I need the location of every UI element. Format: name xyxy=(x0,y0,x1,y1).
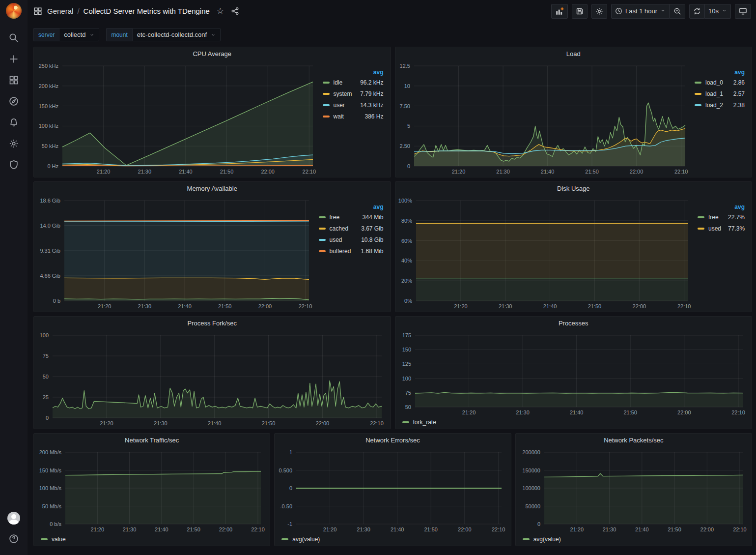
chart-plot-area[interactable]: 0 b/s50 Mb/s100 Mb/s150 Mb/s200 Mb/s21:2… xyxy=(37,447,265,534)
chart-plot-area[interactable]: 0%20%40%60%80%100%21:2021:3021:4021:5022… xyxy=(398,196,692,311)
legend-item[interactable]: cached3.67 Gib xyxy=(318,223,385,234)
star-dashboard-icon[interactable]: ☆ xyxy=(217,6,224,16)
series-avg-value: 22.7% xyxy=(728,214,745,221)
series-name: load_0 xyxy=(705,79,723,86)
legend-item[interactable]: used77.3% xyxy=(697,223,746,234)
legend-item[interactable]: load_22.38 xyxy=(694,99,746,111)
explore-compass-icon[interactable] xyxy=(8,96,19,107)
svg-text:22:10: 22:10 xyxy=(303,169,316,175)
panel-network-traffic: Network Traffic/sec 0 b/s50 Mb/s100 Mb/s… xyxy=(33,433,270,546)
legend-avg-header[interactable]: avg xyxy=(318,204,385,210)
legend-item[interactable]: fork_rate xyxy=(401,417,444,427)
zoom-out-button[interactable] xyxy=(670,4,685,19)
save-dashboard-button[interactable] xyxy=(572,4,588,19)
panel-load: Load 02.5057.501012.521:2021:3021:4021:5… xyxy=(395,47,753,177)
legend-item[interactable]: system7.79 kHz xyxy=(322,88,385,99)
legend-item[interactable]: value xyxy=(40,534,74,544)
series-name: used xyxy=(708,225,721,232)
page-title[interactable]: CollectD Server Metrics with TDengine xyxy=(84,7,210,15)
variable-server-value-dropdown[interactable]: collectd xyxy=(59,28,99,41)
svg-text:21:30: 21:30 xyxy=(498,303,512,309)
svg-text:40%: 40% xyxy=(401,258,412,263)
panel-title[interactable]: Process Fork/sec xyxy=(34,317,391,329)
dashboard-settings-button[interactable] xyxy=(591,4,607,19)
chart-plot-area[interactable]: 507510012515017521:2021:3021:4021:5022:0… xyxy=(398,330,747,417)
svg-text:0 b: 0 b xyxy=(53,298,60,304)
breadcrumb-folder[interactable]: General xyxy=(47,7,73,15)
cycle-view-mode-button[interactable] xyxy=(735,4,751,19)
add-panel-button[interactable] xyxy=(551,4,568,19)
panel-body: 02.5057.501012.521:2021:3021:4021:5022:0… xyxy=(395,60,752,177)
svg-text:21:30: 21:30 xyxy=(496,169,510,175)
panel-body: 0 Hz50 kHz100 kHz150 kHz200 kHz250 kHz21… xyxy=(34,60,391,177)
chart-plot-area[interactable]: 025507510021:2021:3021:4021:5022:0022:10 xyxy=(37,330,386,428)
share-dashboard-icon[interactable] xyxy=(231,7,239,15)
variable-server: server collectd xyxy=(33,28,99,41)
user-avatar[interactable] xyxy=(7,512,20,525)
svg-text:0%: 0% xyxy=(404,298,412,304)
svg-text:21:50: 21:50 xyxy=(668,526,681,532)
legend-avg-header[interactable]: avg xyxy=(697,204,746,210)
chart-plot-area[interactable]: 0 Hz50 kHz100 kHz150 kHz200 kHz250 kHz21… xyxy=(37,61,317,176)
legend-item[interactable]: user14.3 kHz xyxy=(322,99,385,111)
chart-plot-area[interactable]: -1-0.5000.500121:2021:3021:4021:5022:002… xyxy=(278,447,505,534)
svg-text:21:40: 21:40 xyxy=(391,526,404,532)
variable-mount-value-dropdown[interactable]: etc-collectd-collectd.conf xyxy=(132,28,221,41)
series-color-swatch xyxy=(695,104,701,106)
chart-svg: 02.5057.501012.521:2021:3021:4021:5022:0… xyxy=(398,61,689,176)
svg-text:21:40: 21:40 xyxy=(178,303,192,309)
svg-text:21:20: 21:20 xyxy=(97,169,111,175)
create-plus-icon[interactable] xyxy=(8,54,19,64)
svg-text:10: 10 xyxy=(404,83,410,89)
panel-title[interactable]: Disk Usage xyxy=(395,182,752,195)
legend-avg-header[interactable]: avg xyxy=(322,69,385,76)
series-name: used xyxy=(330,236,342,243)
legend-item[interactable]: avg(value) xyxy=(280,534,328,544)
panel-title[interactable]: Network Errors/sec xyxy=(275,434,510,446)
svg-text:14.0 Gib: 14.0 Gib xyxy=(40,223,60,229)
chevron-down-icon xyxy=(722,7,727,15)
chart-plot-area[interactable]: 0 b4.66 Gib9.31 Gib14.0 Gib18.6 Gib21:20… xyxy=(37,196,313,311)
variable-mount: mount etc-collectd-collectd.conf xyxy=(106,28,221,41)
series-avg-value: 2.38 xyxy=(733,102,745,109)
grafana-logo[interactable] xyxy=(6,3,22,19)
chart-plot-area[interactable]: 02.5057.501012.521:2021:3021:4021:5022:0… xyxy=(398,61,689,176)
svg-text:22:00: 22:00 xyxy=(219,526,233,532)
panel-title[interactable]: Network Packets/sec xyxy=(516,434,752,446)
series-color-swatch xyxy=(319,228,326,230)
panel-title[interactable]: CPU Average xyxy=(34,47,391,60)
legend-item[interactable]: wait386 Hz xyxy=(322,111,385,122)
svg-text:21:20: 21:20 xyxy=(570,526,584,532)
panel-title[interactable]: Load xyxy=(395,47,752,60)
legend-item[interactable]: load_02.86 xyxy=(694,77,746,88)
server-admin-shield-icon[interactable] xyxy=(8,159,19,170)
panel-title[interactable]: Processes xyxy=(395,317,752,329)
series-avg-value: 344 Mib xyxy=(363,214,384,221)
svg-text:100 Mb/s: 100 Mb/s xyxy=(39,485,62,491)
legend-item[interactable]: idle96.2 kHz xyxy=(322,77,385,88)
svg-text:21:30: 21:30 xyxy=(516,409,530,415)
legend-item[interactable]: free344 Mib xyxy=(318,211,385,223)
variable-server-value: collectd xyxy=(64,31,85,38)
help-icon[interactable] xyxy=(8,533,19,544)
legend-item[interactable]: used10.8 Gib xyxy=(318,234,385,245)
configuration-gear-icon[interactable] xyxy=(8,138,19,149)
dashboards-icon[interactable] xyxy=(8,75,19,86)
legend-item[interactable]: buffered1.68 Mib xyxy=(318,245,385,257)
legend-item[interactable]: load_12.57 xyxy=(694,88,746,99)
time-range-button[interactable]: Last 1 hour xyxy=(611,4,670,19)
panel-title[interactable]: Network Traffic/sec xyxy=(34,434,270,446)
svg-text:150 Mb/s: 150 Mb/s xyxy=(39,467,62,473)
alerting-bell-icon[interactable] xyxy=(8,117,19,128)
chart-plot-area[interactable]: 05000010000015000020000021:2021:3021:402… xyxy=(519,447,747,534)
panel-body: 0 b/s50 Mb/s100 Mb/s150 Mb/s200 Mb/s21:2… xyxy=(34,446,270,546)
refresh-interval-button[interactable]: 10s xyxy=(705,4,731,19)
legend-item[interactable]: avg(value) xyxy=(522,534,569,544)
legend-avg-header[interactable]: avg xyxy=(694,69,746,76)
legend-item[interactable]: free22.7% xyxy=(697,211,746,223)
search-icon[interactable] xyxy=(8,32,19,43)
panel-memory-available: Memory Available 0 b4.66 Gib9.31 Gib14.0… xyxy=(33,181,391,312)
refresh-button[interactable] xyxy=(689,4,705,19)
series-avg-value: 2.86 xyxy=(733,79,745,86)
panel-title[interactable]: Memory Available xyxy=(34,182,391,195)
